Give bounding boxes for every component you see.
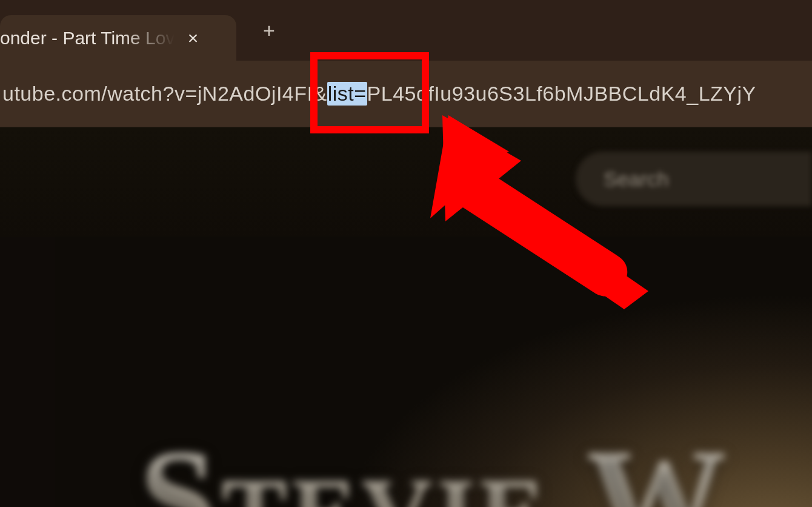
address-bar[interactable]: utube.com/watch?v=jN2AdOjI4FI&list=PL45d… — [0, 73, 812, 115]
tab-title: onder - Part Time Lov — [0, 28, 175, 49]
site-header: Search — [0, 127, 812, 237]
browser-tab-active[interactable]: onder - Part Time Lov × — [0, 15, 236, 61]
url-part-after: PL45dfIu93u6S3Lf6bMJBBCLdK4_LZYjY — [367, 82, 756, 106]
toolbar: utube.com/watch?v=jN2AdOjI4FI&list=PL45d… — [0, 61, 812, 127]
close-tab-icon[interactable]: × — [182, 27, 204, 49]
video-player-area[interactable]: Stevie W — [55, 237, 812, 507]
url-part-before: utube.com/watch?v=jN2AdOjI4FI& — [2, 82, 327, 106]
search-placeholder: Search — [604, 167, 669, 191]
video-overlay-title: Stevie W — [139, 418, 731, 507]
search-input[interactable]: Search — [576, 152, 812, 206]
tab-strip: onder - Part Time Lov × + — [0, 0, 812, 61]
url-part-selected: list= — [327, 82, 367, 106]
browser-window: onder - Part Time Lov × + utube.com/watc… — [0, 0, 812, 507]
new-tab-button[interactable]: + — [257, 18, 281, 42]
page-viewport: Search Stevie W — [0, 127, 812, 507]
